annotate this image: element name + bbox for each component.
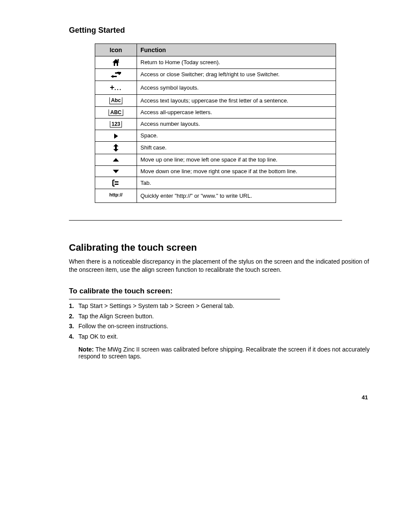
table-row: Move up one line; move left one space if… bbox=[95, 154, 336, 165]
table-row: +... Access symbol layouts. bbox=[95, 81, 336, 95]
table-row: Tab. bbox=[95, 177, 336, 189]
home-icon bbox=[112, 59, 120, 66]
cell-desc: Access all-uppercase letters. bbox=[137, 106, 336, 118]
step-1: 1.Tap Start > Settings > System tab > Sc… bbox=[69, 302, 377, 311]
sub-rule bbox=[69, 299, 280, 299]
section-separator bbox=[69, 220, 342, 221]
page-number: 41 bbox=[34, 394, 368, 401]
svg-rect-9 bbox=[115, 181, 118, 183]
cell-desc: Space. bbox=[137, 130, 336, 142]
play-icon bbox=[113, 133, 118, 139]
table-row: 123 Access number layouts. bbox=[95, 118, 336, 130]
section-title: Getting Started bbox=[69, 26, 377, 35]
table-row: Space. bbox=[95, 130, 336, 142]
note: Note: The MWg Zinc II screen was calibra… bbox=[78, 346, 377, 360]
col-header-function: Function bbox=[137, 44, 336, 56]
table-row: Shift case. bbox=[95, 141, 336, 154]
abc-upper-icon: ABC bbox=[109, 109, 123, 116]
cell-desc: Return to Home (Today screen). bbox=[137, 56, 336, 69]
http-label: http:// bbox=[109, 192, 123, 197]
icon-legend-table: Icon Function Return to Home (Today scre… bbox=[95, 44, 336, 203]
svg-marker-8 bbox=[113, 170, 119, 173]
step-2: 2.Tap the Align Screen button. bbox=[69, 312, 377, 321]
cell-desc: Tab. bbox=[137, 177, 336, 189]
caret-down-icon bbox=[112, 169, 119, 174]
cell-desc: Access or close Switcher; drag left/righ… bbox=[137, 69, 336, 81]
subheading-steps: To calibrate the touch screen: bbox=[69, 287, 377, 296]
cell-desc: Move down one line; move right one space… bbox=[137, 165, 336, 177]
svg-marker-4 bbox=[111, 75, 113, 78]
table-row: Abc Access text layouts; uppercase the f… bbox=[95, 95, 336, 106]
switcher-icon bbox=[111, 72, 121, 78]
caret-up-icon bbox=[112, 158, 119, 162]
step-4: 4.Tap OK to exit. bbox=[69, 333, 377, 341]
heading-calibrate: Calibrating the touch screen bbox=[69, 242, 377, 253]
plus-dots-icon: +... bbox=[110, 83, 122, 92]
cell-desc: Move up one line; move left one space if… bbox=[137, 154, 336, 165]
table-row: Access or close Switcher; drag left/righ… bbox=[95, 69, 336, 81]
intro-text: When there is a noticeable discrepancy i… bbox=[69, 258, 377, 274]
svg-marker-5 bbox=[114, 134, 118, 139]
step-3: 3.Follow the on-screen instructions. bbox=[69, 322, 377, 331]
cell-desc: Access text layouts; uppercase the first… bbox=[137, 95, 336, 106]
num-icon: 123 bbox=[110, 121, 122, 128]
table-row: Return to Home (Today screen). bbox=[95, 56, 336, 69]
svg-marker-7 bbox=[113, 158, 119, 162]
cell-desc: Quickly enter "http://" or "www." to wri… bbox=[137, 189, 336, 203]
abc-mixed-icon: Abc bbox=[109, 97, 123, 104]
table-row: ABC Access all-uppercase letters. bbox=[95, 106, 336, 118]
cell-desc: Shift case. bbox=[137, 141, 336, 154]
svg-marker-6 bbox=[113, 144, 118, 152]
up-down-icon bbox=[113, 144, 119, 152]
table-row: Move down one line; move right one space… bbox=[95, 165, 336, 177]
svg-rect-0 bbox=[118, 59, 119, 61]
cell-desc: Access symbol layouts. bbox=[137, 81, 336, 95]
col-header-icon: Icon bbox=[95, 44, 137, 56]
svg-rect-10 bbox=[115, 184, 118, 185]
tab-icon bbox=[112, 180, 120, 187]
table-row: http:// Quickly enter "http://" or "www.… bbox=[95, 189, 336, 203]
cell-desc: Access number layouts. bbox=[137, 118, 336, 130]
